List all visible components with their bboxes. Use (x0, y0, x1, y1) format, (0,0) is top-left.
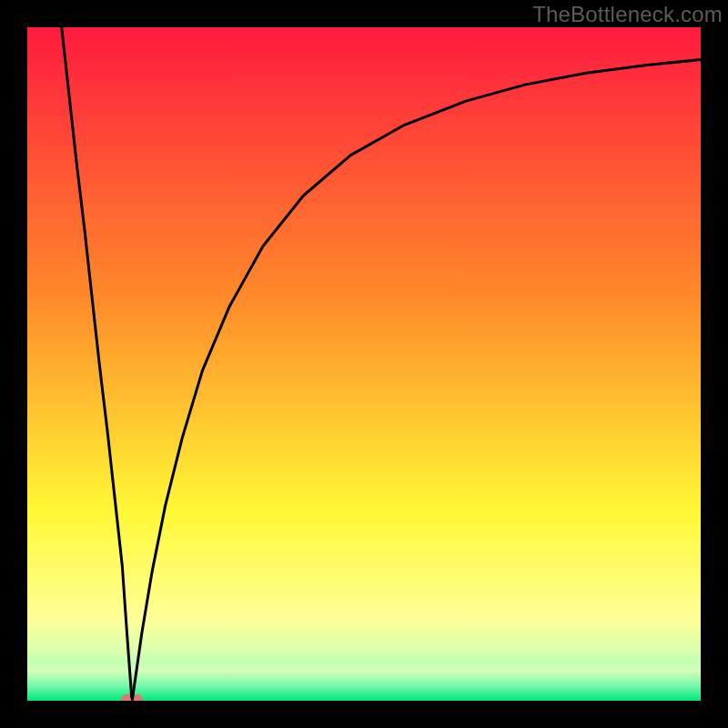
bottleneck-curve (27, 27, 701, 701)
curve-right-branch (132, 60, 701, 700)
curve-left-branch (62, 27, 132, 697)
plot-area (27, 27, 701, 701)
watermark-text: TheBottleneck.com (532, 2, 723, 27)
chart-frame: TheBottleneck.com (0, 0, 728, 728)
